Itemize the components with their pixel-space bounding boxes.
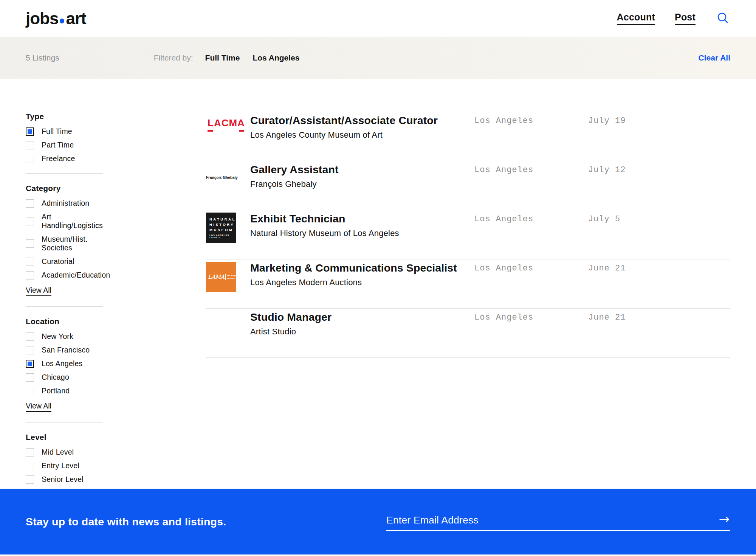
lama-logo-subline: los angeles bbox=[227, 274, 245, 277]
checkbox[interactable] bbox=[26, 448, 34, 457]
checkbox[interactable] bbox=[26, 271, 34, 280]
checkbox[interactable] bbox=[26, 475, 34, 484]
option-label: Museum/Hist. Societies bbox=[42, 235, 103, 252]
filter-section-category: Category Administration Art Handling/Log… bbox=[26, 184, 103, 296]
newsletter-email-group: → bbox=[386, 513, 730, 531]
sidebar-divider bbox=[26, 306, 103, 307]
filter-option-new-york[interactable]: New York bbox=[26, 332, 103, 341]
checkbox[interactable] bbox=[26, 217, 34, 225]
job-date: July 12 bbox=[588, 163, 730, 175]
job-date: June 21 bbox=[588, 311, 730, 322]
active-filter-full-time[interactable]: Full Time bbox=[205, 53, 240, 62]
filter-option-san-francisco[interactable]: San Francisco bbox=[26, 346, 103, 354]
sidebar-divider bbox=[26, 422, 103, 422]
francois-ghebaly-logo: François Ghebaly bbox=[206, 163, 236, 194]
filter-option-art-handling[interactable]: Art Handling/Logistics bbox=[26, 213, 103, 230]
nhm-logo-line: NATURAL bbox=[209, 217, 236, 222]
lacma-logo-dash bbox=[208, 130, 213, 132]
post-link[interactable]: Post bbox=[675, 12, 696, 25]
filter-sidebar: Type Full Time Part Time Freelance Categ… bbox=[26, 112, 103, 489]
checkbox[interactable] bbox=[26, 462, 34, 470]
active-filter-los-angeles[interactable]: Los Angeles bbox=[253, 53, 299, 62]
checkbox[interactable] bbox=[26, 387, 34, 395]
lama-logo-subline: modern auctions bbox=[227, 277, 245, 280]
jobs-art-page: jobsart Account Post 5 Listings Filtered… bbox=[0, 0, 756, 556]
main-content: Type Full Time Part Time Freelance Categ… bbox=[0, 79, 756, 489]
nhm-logo-subline: LOS ANGELES COUNTY bbox=[209, 234, 236, 239]
filter-option-portland[interactable]: Portland bbox=[26, 387, 103, 395]
checkbox[interactable] bbox=[26, 141, 34, 149]
filter-option-full-time[interactable]: Full Time bbox=[26, 127, 103, 136]
job-location: Los Angeles bbox=[474, 114, 588, 126]
site-logo[interactable]: jobsart bbox=[26, 9, 86, 28]
job-organization: François Ghebaly bbox=[250, 179, 474, 189]
checkbox[interactable] bbox=[26, 155, 34, 163]
site-logo-part2: art bbox=[66, 9, 86, 28]
nhm-logo-line: MUSEUM bbox=[209, 227, 236, 233]
filter-option-academic[interactable]: Academic/Education bbox=[26, 271, 103, 280]
lacma-logo-dash bbox=[239, 130, 244, 132]
empty-logo-placeholder bbox=[206, 311, 236, 341]
arrow-right-icon: → bbox=[719, 511, 730, 526]
checkbox[interactable] bbox=[26, 373, 34, 382]
filter-option-mid-level[interactable]: Mid Level bbox=[26, 448, 103, 457]
job-title[interactable]: Marketing & Communications Specialist bbox=[250, 262, 474, 274]
email-input[interactable] bbox=[386, 514, 719, 526]
checkbox-checked[interactable] bbox=[26, 127, 34, 136]
option-label: Mid Level bbox=[42, 448, 74, 457]
nhm-logo-line: HISTORY bbox=[209, 222, 236, 227]
option-label: Academic/Education bbox=[42, 271, 110, 280]
checkbox-checked[interactable] bbox=[26, 360, 34, 368]
job-title[interactable]: Gallery Assistant bbox=[250, 163, 474, 176]
job-title[interactable]: Exhibit Technician bbox=[250, 213, 474, 225]
job-row-lacma[interactable]: LACMA Curator/Assistant/Associate Curato… bbox=[206, 112, 730, 161]
job-row-lama[interactable]: LAMA los angeles modern auctions Marketi… bbox=[206, 259, 730, 309]
location-view-all-link[interactable]: View All bbox=[26, 402, 51, 412]
job-date: June 21 bbox=[588, 262, 730, 273]
job-row-nhm[interactable]: NATURAL HISTORY MUSEUM LOS ANGELES COUNT… bbox=[206, 210, 730, 259]
checkbox[interactable] bbox=[26, 258, 34, 266]
job-listings: LACMA Curator/Assistant/Associate Curato… bbox=[206, 112, 730, 489]
category-view-all-link[interactable]: View All bbox=[26, 286, 51, 296]
clear-all-link[interactable]: Clear All bbox=[699, 53, 730, 62]
checkbox[interactable] bbox=[26, 199, 34, 208]
site-logo-part1: jobs bbox=[26, 9, 58, 28]
filter-option-senior-level[interactable]: Senior Level bbox=[26, 475, 103, 484]
filter-option-museum-societies[interactable]: Museum/Hist. Societies bbox=[26, 235, 103, 252]
filter-option-curatorial[interactable]: Curatorial bbox=[26, 257, 103, 266]
checkbox[interactable] bbox=[26, 346, 34, 354]
option-label: Curatorial bbox=[42, 257, 74, 266]
job-row-ghebaly[interactable]: François Ghebaly Gallery Assistant Franç… bbox=[206, 161, 730, 210]
search-icon bbox=[716, 12, 730, 25]
option-label: Portland bbox=[42, 387, 70, 395]
job-location: Los Angeles bbox=[474, 163, 588, 175]
account-link[interactable]: Account bbox=[617, 12, 655, 25]
checkbox[interactable] bbox=[26, 332, 34, 341]
section-title: Location bbox=[26, 317, 103, 326]
logo-dot-icon bbox=[60, 19, 64, 23]
option-label: San Francisco bbox=[42, 346, 90, 354]
job-date: July 19 bbox=[588, 114, 730, 126]
filter-option-chicago[interactable]: Chicago bbox=[26, 373, 103, 382]
filter-option-administration[interactable]: Administration bbox=[26, 199, 103, 208]
checkbox[interactable] bbox=[26, 239, 34, 248]
option-label: Chicago bbox=[42, 373, 69, 382]
filter-option-freelance[interactable]: Freelance bbox=[26, 154, 103, 163]
section-title: Type bbox=[26, 112, 103, 121]
job-title[interactable]: Studio Manager bbox=[250, 311, 474, 323]
job-date: July 5 bbox=[588, 213, 730, 224]
option-label: Full Time bbox=[42, 127, 72, 136]
filter-option-los-angeles[interactable]: Los Angeles bbox=[26, 359, 103, 368]
option-label: Los Angeles bbox=[42, 359, 82, 368]
job-row-artist-studio[interactable]: Studio Manager Artist Studio Los Angeles… bbox=[206, 309, 730, 358]
option-label: Part Time bbox=[42, 141, 74, 149]
email-submit-button[interactable]: → bbox=[719, 513, 731, 526]
search-button[interactable] bbox=[715, 11, 730, 26]
job-title[interactable]: Curator/Assistant/Associate Curator bbox=[250, 114, 474, 127]
newsletter-band: Stay up to date with news and listings. … bbox=[0, 489, 756, 554]
header: jobsart Account Post bbox=[0, 0, 756, 37]
filter-option-part-time[interactable]: Part Time bbox=[26, 141, 103, 149]
ghebaly-logo-text: François Ghebaly bbox=[206, 175, 236, 180]
filter-option-entry-level[interactable]: Entry Level bbox=[26, 461, 103, 470]
section-title: Category bbox=[26, 184, 103, 193]
